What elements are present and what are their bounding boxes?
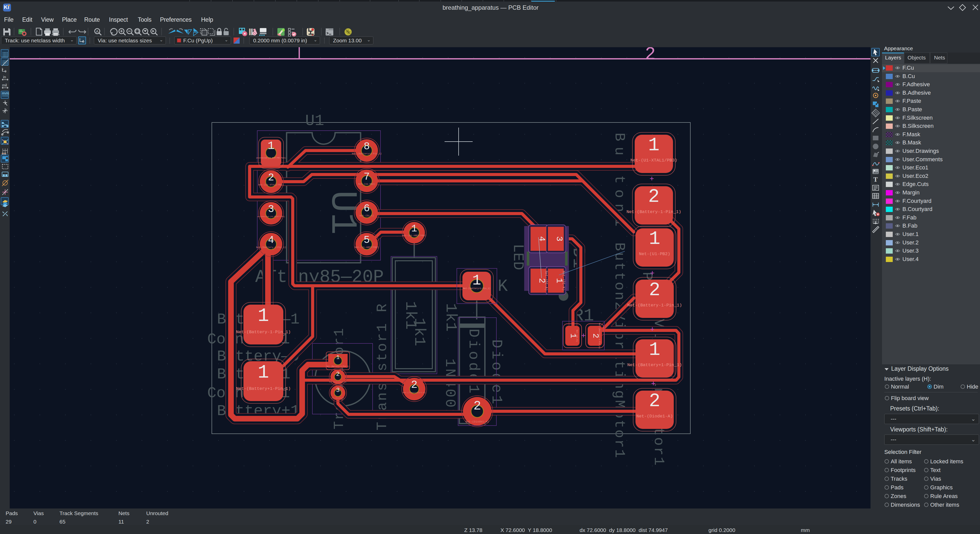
- svg-text:A: A: [96, 29, 99, 33]
- svg-text:+: +: [650, 269, 655, 278]
- svg-text:2: 2: [648, 186, 659, 207]
- svg-text:+: +: [650, 325, 655, 334]
- svg-text:Net-(Battery+1-Pin_1): Net-(Battery+1-Pin_1): [627, 362, 682, 367]
- svg-text:Net-(Battery-1-Pin_1): Net-(Battery-1-Pin_1): [327, 366, 349, 367]
- svg-text:Net-(U1-XTAL1/PB3): Net-(U1-XTAL1/PB3): [258, 183, 284, 186]
- svg-text:+: +: [651, 380, 655, 388]
- svg-text:3: 3: [268, 203, 274, 215]
- svg-text:2: 2: [649, 280, 660, 301]
- svg-text:Net-(Battery-1-Pin_1): Net-(Battery-1-Pin_1): [256, 246, 286, 249]
- svg-text:2: 2: [268, 172, 274, 183]
- svg-text:Net-(Battery-1-Pin_1): Net-(Battery-1-Pin_1): [598, 323, 601, 349]
- svg-text:1: 1: [411, 223, 417, 234]
- svg-text:5: 5: [364, 234, 370, 246]
- svg-text:1: 1: [648, 135, 659, 156]
- svg-text:Net-(Battery-1-Pin_1): Net-(Battery-1-Pin_1): [236, 330, 291, 334]
- svg-text:Net-(Diode1-A): Net-(Diode1-A): [636, 414, 673, 419]
- svg-text:U1: U1: [305, 112, 324, 130]
- svg-text:Net-(Battery+1-Pin_1): Net-(Battery+1-Pin_1): [236, 386, 291, 391]
- svg-text:Net-(U1-XTAL1/PB3): Net-(U1-XTAL1/PB3): [630, 158, 677, 163]
- svg-text:4: 4: [268, 234, 274, 246]
- svg-text:1: 1: [473, 272, 481, 289]
- svg-text:2: 2: [649, 390, 660, 412]
- svg-text:LED: LED: [510, 244, 526, 270]
- svg-text:8: 8: [364, 141, 370, 152]
- svg-text:3: 3: [336, 387, 340, 394]
- svg-text:2: 2: [473, 399, 481, 413]
- svg-text:1k1: 1k1: [442, 303, 460, 332]
- svg-text:Net-(D1-A): Net-(D1-A): [544, 271, 548, 291]
- svg-text:1: 1: [336, 354, 339, 361]
- svg-text:Net-(U1-AREF/PB0): Net-(U1-AREF/PB0): [355, 246, 379, 249]
- svg-text:Net-(U1-AREF/PB0): Net-(U1-AREF/PB0): [402, 234, 426, 237]
- svg-text:6: 6: [364, 203, 370, 214]
- svg-text:3: 3: [554, 236, 564, 242]
- svg-text:Net-(Battery+1-Pin_1): Net-(Battery+1-Pin_1): [463, 287, 490, 290]
- svg-text:Net-(Diode1-A): Net-(Diode1-A): [466, 420, 489, 423]
- svg-text:Net-(D1-A): Net-(D1-A): [360, 214, 374, 217]
- svg-text:2: 2: [336, 371, 340, 378]
- svg-text:1: 1: [268, 140, 274, 152]
- svg-text:1: 1: [649, 339, 660, 361]
- svg-text:mm: mm: [2, 91, 9, 95]
- svg-text:2: 2: [411, 379, 417, 391]
- svg-text:1: 1: [258, 305, 269, 327]
- svg-text:T: T: [873, 176, 878, 183]
- svg-text:Net-(Battery-1-Pin_1): Net-(Battery-1-Pin_1): [627, 210, 681, 214]
- svg-text:Net-(Battery+1-Pin_1): Net-(Battery+1-Pin_1): [352, 152, 382, 155]
- svg-text:Net-(U1-PB2): Net-(U1-PB2): [358, 183, 375, 186]
- svg-text:Net-(Battery-1-Pin_1): Net-(Battery-1-Pin_1): [627, 303, 682, 308]
- svg-text:Net-(Transistor1-R): Net-(Transistor1-R): [402, 391, 426, 394]
- svg-text:1k1: 1k1: [410, 318, 428, 346]
- svg-text:unconnected-(U1-RESET/PB5): unconnected-(U1-RESET/PB5): [257, 216, 285, 218]
- svg-text:1: 1: [649, 228, 660, 250]
- svg-text:Net-(Transistor1-B): Net-(Transistor1-B): [329, 381, 347, 383]
- svg-text:1N4001: 1N4001: [442, 358, 458, 419]
- svg-text:Diode1: Diode1: [465, 329, 482, 396]
- svg-text:+: +: [581, 332, 586, 340]
- svg-text:Net-(U1-PB2): Net-(U1-PB2): [639, 251, 670, 256]
- svg-text:1: 1: [258, 362, 269, 383]
- svg-text:2: 2: [645, 47, 655, 65]
- svg-text:mil: mil: [2, 83, 7, 87]
- svg-text:Net-(D1-K): Net-(D1-K): [576, 330, 578, 342]
- svg-text:+: +: [649, 175, 654, 183]
- svg-text:unconnected-(U1-BOOT/PB5-Pad1): unconnected-(U1-BOOT/PB5-Pad1): [256, 157, 286, 159]
- svg-text:Net-(Diode1-A): Net-(Diode1-A): [331, 397, 344, 399]
- svg-text:K: K: [498, 277, 508, 296]
- svg-text:in: in: [3, 75, 6, 79]
- svg-text:7: 7: [364, 171, 370, 183]
